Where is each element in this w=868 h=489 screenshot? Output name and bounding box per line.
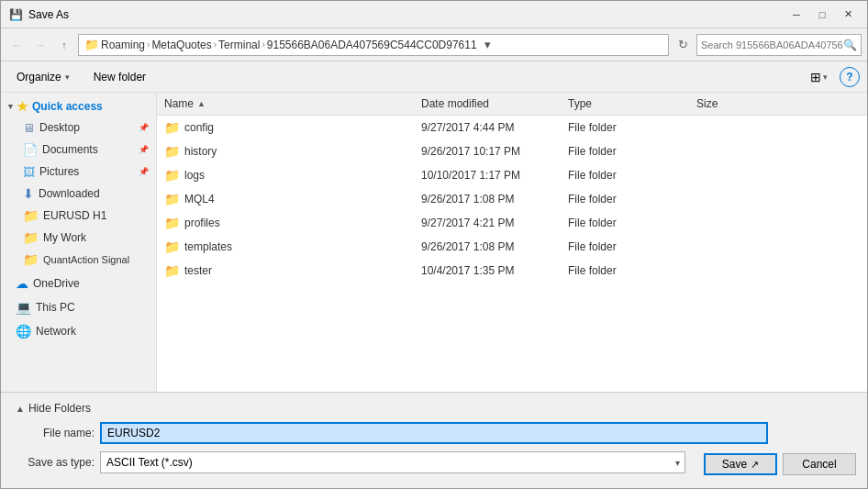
file-name-text: profiles — [184, 217, 220, 229]
sidebar-item-downloaded[interactable]: ⬇ Downloaded — [1, 183, 156, 205]
col-type-label: Type — [568, 97, 592, 110]
table-row[interactable]: 📁 history 9/26/2017 10:17 PM File folder — [157, 139, 867, 163]
sidebar-item-mywork[interactable]: 📁 My Work — [1, 227, 156, 249]
file-cell-date: 9/26/2017 1:08 PM — [414, 193, 561, 206]
savetype-select[interactable]: ASCII Text (*.csv) — [100, 451, 685, 473]
col-header-name[interactable]: Name ▲ — [157, 94, 414, 113]
file-name-text: tester — [184, 264, 212, 277]
file-cell-type: File folder — [561, 193, 689, 206]
minimize-button[interactable]: ─ — [785, 6, 808, 24]
path-dropdown-button[interactable]: ▾ — [479, 36, 497, 54]
pictures-label: Pictures — [39, 165, 79, 178]
hide-folders-button[interactable]: ▲ Hide Folders — [12, 400, 95, 417]
network-icon: 🌐 — [16, 324, 31, 339]
quick-access-header[interactable]: ▾ ★ Quick access — [1, 96, 156, 117]
view-chevron-icon: ▾ — [823, 72, 828, 82]
new-folder-button[interactable]: New folder — [85, 66, 154, 88]
file-cell-type: File folder — [561, 240, 689, 253]
file-cell-date: 9/27/2017 4:21 PM — [414, 217, 561, 229]
table-row[interactable]: 📁 config 9/27/2017 4:44 PM File folder — [157, 116, 867, 139]
documents-item-inner: 📄 Documents 📌 — [23, 143, 149, 157]
path-sep-1: › — [147, 39, 150, 50]
organize-chevron-icon: ▾ — [65, 72, 70, 82]
hide-folders-row: ▲ Hide Folders — [12, 400, 856, 417]
file-list-header: Name ▲ Date modified Type Size — [157, 93, 867, 116]
quick-access-icon: ★ — [17, 99, 28, 114]
quick-access-label: Quick access — [32, 100, 103, 113]
pictures-pin-icon: 📌 — [139, 167, 149, 176]
col-name-label: Name — [164, 97, 194, 110]
view-button[interactable]: ⊞ ▾ — [806, 66, 832, 88]
cancel-button[interactable]: Cancel — [783, 453, 856, 475]
save-as-dialog: 💾 Save As ─ □ ✕ ← → ↑ 📁 Roaming › MetaQu… — [0, 0, 868, 489]
save-button[interactable]: Save ↗ — [704, 453, 777, 475]
sidebar-item-desktop[interactable]: 🖥 Desktop 📌 — [1, 117, 156, 139]
quick-access-section: ▾ ★ Quick access 🖥 Desktop 📌 📄 — [1, 96, 156, 271]
help-button[interactable]: ? — [840, 67, 860, 87]
up-button[interactable]: ↑ — [54, 35, 74, 55]
desktop-item-inner: 🖥 Desktop 📌 — [23, 121, 149, 135]
file-folder-icon: 📁 — [164, 216, 180, 230]
documents-pin-icon: 📌 — [139, 145, 149, 154]
eurusd-item-inner: 📁 EURUSD H1 — [23, 208, 149, 223]
refresh-button[interactable]: ↻ — [673, 35, 693, 55]
table-row[interactable]: 📁 tester 10/4/2017 1:35 PM File folder — [157, 259, 867, 283]
file-cell-name: 📁 profiles — [157, 216, 414, 230]
file-name-text: templates — [184, 240, 232, 253]
path-sep-2: › — [214, 39, 217, 50]
col-header-size[interactable]: Size — [689, 94, 762, 113]
file-list: 📁 config 9/27/2017 4:44 PM File folder 📁… — [157, 116, 867, 392]
sidebar-item-documents[interactable]: 📄 Documents 📌 — [1, 139, 156, 161]
file-cell-name: 📁 tester — [157, 263, 414, 278]
search-input[interactable] — [701, 39, 843, 50]
sidebar-item-thispc[interactable]: 💻 This PC — [1, 296, 156, 318]
close-button[interactable]: ✕ — [836, 6, 860, 24]
table-row[interactable]: 📁 logs 10/10/2017 1:17 PM File folder — [157, 163, 867, 187]
address-path[interactable]: 📁 Roaming › MetaQuotes › Terminal › 9155… — [78, 34, 669, 56]
eurusd-label: EURUSD H1 — [43, 209, 106, 222]
button-row: Save ↗ Cancel — [691, 453, 856, 475]
back-button[interactable]: ← — [6, 35, 27, 55]
sidebar-item-eurusd[interactable]: 📁 EURUSD H1 — [1, 205, 156, 227]
file-cell-date: 10/10/2017 1:17 PM — [414, 169, 561, 182]
table-row[interactable]: 📁 templates 9/26/2017 1:08 PM File folde… — [157, 235, 867, 259]
path-folder-icon: 📁 — [84, 38, 99, 51]
table-row[interactable]: 📁 MQL4 9/26/2017 1:08 PM File folder — [157, 187, 867, 211]
cursor-icon: ↗ — [751, 459, 759, 471]
savetype-row: Save as type: ASCII Text (*.csv) ▾ Save … — [12, 450, 856, 475]
savetype-label: Save as type: — [12, 456, 95, 469]
col-header-type[interactable]: Type — [561, 94, 689, 113]
bottom-section: ▲ Hide Folders File name: Save as type: … — [1, 392, 867, 488]
onedrive-icon: ☁ — [16, 276, 28, 291]
col-header-date[interactable]: Date modified — [414, 94, 561, 113]
file-cell-name: 📁 MQL4 — [157, 192, 414, 206]
title-controls: ─ □ ✕ — [785, 6, 860, 24]
savetype-wrapper: ASCII Text (*.csv) ▾ — [100, 451, 685, 473]
filename-input[interactable] — [100, 422, 768, 444]
desktop-pin-icon: 📌 — [139, 123, 149, 132]
sidebar-item-network[interactable]: 🌐 Network — [1, 320, 156, 342]
search-box: 🔍 — [696, 34, 862, 56]
file-cell-type: File folder — [561, 121, 689, 134]
maximize-button[interactable]: □ — [810, 6, 834, 24]
col-size-label: Size — [696, 97, 718, 110]
file-cell-type: File folder — [561, 169, 689, 182]
title-bar-left: 💾 Save As — [8, 7, 69, 22]
file-folder-icon: 📁 — [164, 239, 180, 254]
downloaded-item-inner: ⬇ Downloaded — [23, 186, 149, 201]
hide-folders-label: Hide Folders — [28, 402, 91, 415]
path-part-id: 915566BA06ADA407569C544CC0D97611 — [267, 39, 477, 51]
eurusd-icon: 📁 — [23, 208, 39, 223]
chevron-up-icon: ▲ — [16, 404, 25, 414]
table-row[interactable]: 📁 profiles 9/27/2017 4:21 PM File folder — [157, 211, 867, 235]
sidebar-item-pictures[interactable]: 🖼 Pictures 📌 — [1, 161, 156, 183]
path-sep-3: › — [262, 39, 264, 50]
sidebar-item-onedrive[interactable]: ☁ OneDrive — [1, 272, 156, 295]
file-folder-icon: 📁 — [164, 144, 180, 159]
thispc-label: This PC — [36, 301, 75, 314]
file-cell-type: File folder — [561, 217, 689, 229]
downloaded-icon: ⬇ — [23, 186, 34, 201]
organize-button[interactable]: Organize ▾ — [8, 66, 78, 88]
sidebar-item-quantaction[interactable]: 📁 QuantAction Signal — [1, 249, 156, 271]
forward-button[interactable]: → — [30, 35, 50, 55]
